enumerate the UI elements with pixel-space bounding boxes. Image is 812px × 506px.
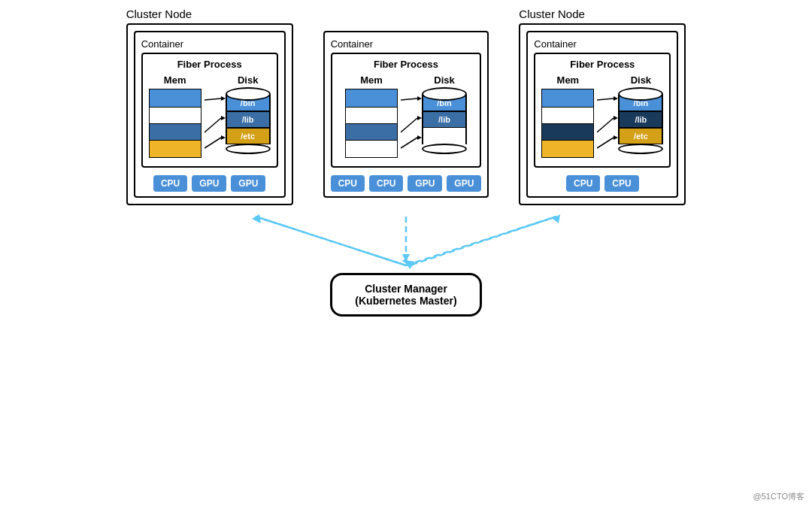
disk-seg-r-etc: /etc [620, 128, 662, 144]
svg-line-16 [597, 138, 614, 148]
mem-block-m2 [346, 108, 397, 124]
right-mem-blocks [541, 89, 594, 158]
middle-container-label: Container [331, 38, 373, 50]
mem-block-2 [150, 108, 201, 124]
mem-block-4 [150, 141, 201, 157]
left-cluster-node: Cluster Node Container Fiber Process Mem [126, 8, 293, 205]
middle-mem-col: Mem [345, 74, 398, 158]
right-chips-row: CPU CPU [566, 175, 639, 192]
svg-line-4 [205, 138, 221, 148]
middle-arrows-svg [401, 91, 422, 160]
left-cluster-node-box: Container Fiber Process Mem [126, 23, 293, 205]
left-cpu-chip-1: CPU [153, 175, 187, 192]
mem-block-r1 [542, 89, 593, 108]
left-chips-row: CPU GPU GPU [153, 175, 265, 192]
mem-block-1 [150, 89, 201, 108]
middle-disk-cylinder: /bin /lib /etc [422, 87, 467, 154]
disk-seg-lib: /lib [227, 111, 269, 128]
svg-line-2 [205, 118, 221, 132]
svg-line-14 [597, 118, 614, 132]
right-fiber-label: Fiber Process [570, 59, 635, 70]
bottom-section: Cluster Manager (Kubernetes Master) [15, 213, 797, 317]
mem-block-r3 [542, 124, 593, 141]
right-cluster-node-box: Container Fiber Process Mem [519, 23, 686, 205]
middle-disk-col: Disk /bin /lib /etc [422, 74, 467, 154]
disk-seg-etc: /etc [227, 128, 269, 144]
right-disk-col: Disk /bin /lib /etc [618, 74, 663, 154]
svg-line-6 [401, 98, 417, 100]
left-cluster-node-label: Cluster Node [126, 8, 293, 20]
cluster-manager-line2: (Kubernetes Master) [355, 295, 456, 307]
mem-block-m3 [346, 124, 397, 141]
right-disk-cylinder: /bin /lib /etc [618, 87, 663, 154]
dashed-lines-svg [180, 213, 632, 273]
svg-line-0 [205, 98, 221, 100]
right-cpu-chip-2: CPU [604, 175, 638, 192]
mid-cpu-chip-1: CPU [331, 175, 365, 192]
left-fiber-process-box: Fiber Process Mem [141, 53, 278, 168]
right-container-label: Container [534, 38, 576, 50]
svg-line-10 [401, 138, 417, 148]
left-disk-col: Disk /bin /lib /etc [226, 74, 271, 154]
middle-mem-blocks [345, 89, 398, 158]
left-mem-blocks [149, 89, 201, 158]
mid-gpu-chip-1: GPU [408, 175, 442, 192]
left-mem-col: Mem [149, 74, 201, 158]
mem-block-r4 [542, 141, 593, 157]
watermark: @51CTO博客 [753, 491, 804, 502]
cluster-manager-line1: Cluster Manager [355, 283, 456, 295]
left-disk-cylinder: /bin /lib /etc [226, 87, 271, 154]
svg-marker-25 [252, 214, 261, 223]
left-gpu-chip-2: GPU [231, 175, 265, 192]
middle-container: Container Fiber Process Mem [323, 31, 489, 198]
middle-chips-row: CPU CPU GPU GPU [331, 175, 482, 192]
main-container: Cluster Node Container Fiber Process Mem [0, 0, 812, 506]
right-mem-col: Mem [541, 74, 594, 158]
left-fiber-label: Fiber Process [177, 59, 242, 70]
left-arrows-svg [205, 91, 226, 160]
svg-line-8 [401, 118, 417, 132]
mem-block-m1 [346, 89, 397, 108]
right-cluster-node: Cluster Node Container Fiber Process Mem [519, 8, 686, 205]
right-arrows-svg [597, 91, 618, 160]
middle-standalone: Cluster Node Container Fiber Process Mem [316, 8, 497, 205]
top-section: Cluster Node Container Fiber Process Mem [15, 8, 797, 205]
disk-seg-m-lib: /lib [423, 111, 465, 128]
mid-cpu-chip-2: CPU [369, 175, 403, 192]
middle-fiber-label: Fiber Process [374, 59, 438, 70]
right-container: Container Fiber Process Mem [526, 31, 678, 198]
mid-gpu-chip-2: GPU [447, 175, 481, 192]
mem-block-r2 [542, 108, 593, 124]
left-container-label: Container [141, 38, 183, 50]
middle-fiber-process-box: Fiber Process Mem [331, 53, 482, 168]
mem-block-m4 [346, 141, 397, 157]
right-cpu-chip-1: CPU [566, 175, 600, 192]
disk-seg-r-lib: /lib [620, 111, 662, 128]
svg-marker-27 [553, 214, 560, 223]
left-gpu-chip-1: GPU [192, 175, 226, 192]
svg-line-12 [597, 98, 614, 100]
left-container: Container Fiber Process Mem [134, 31, 286, 198]
mem-block-3 [150, 124, 201, 141]
right-cluster-node-label: Cluster Node [519, 8, 686, 20]
cluster-manager-box: Cluster Manager (Kubernetes Master) [330, 273, 481, 317]
right-fiber-process-box: Fiber Process Mem [534, 53, 671, 168]
